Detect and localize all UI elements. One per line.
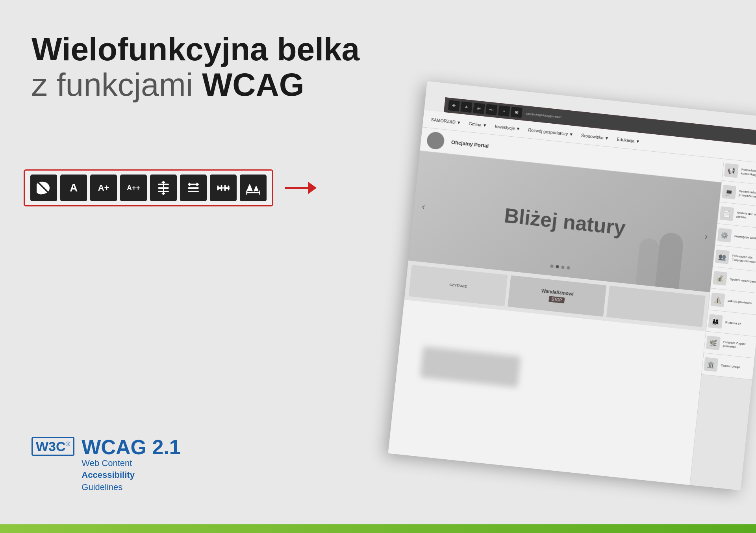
toolbar-showcase: A A+ A++	[24, 169, 317, 206]
ss-sidebar-text-2: Ankieta dot. wymiany pieców	[736, 211, 756, 222]
word-spacing-button[interactable]: ←→A	[210, 175, 237, 201]
ss-sidebar-icon-4: 👥	[715, 249, 730, 264]
ss-sidebar-icon-5: 💰	[713, 271, 727, 286]
ss-nav-edukacja: Edukacja ▼	[617, 137, 640, 144]
text-plusplus-label: A++	[127, 184, 140, 192]
ss-nav-samorzad: SAMORZĄD ▼	[431, 117, 461, 125]
ss-logo	[426, 131, 445, 150]
ss-sidebar-text-9: Otwórz Urząd	[721, 364, 740, 370]
ss-sidebar-icon-6: ⚠️	[710, 292, 725, 307]
arrow-right	[285, 180, 317, 196]
ss-card-1: CZYTANIE	[409, 265, 508, 306]
ss-nav-rozwoj: Rozwój gospodarczy ▼	[528, 127, 574, 137]
title-line1: Wielofunkcyjna belka	[32, 32, 359, 67]
wcag-text: WCAG 2.1 Web Content Accessibility Guide…	[82, 437, 180, 494]
ss-sidebar-text-7: Rodzina 3+	[725, 320, 742, 326]
title-line2-bold: WCAG	[202, 67, 304, 102]
text-plus-button[interactable]: A+	[90, 175, 117, 201]
ss-nav-inwestycje: Inwestycje ▼	[495, 124, 521, 131]
ss-aplus-btn: A+	[473, 103, 485, 114]
text-normal-label: A	[70, 182, 78, 194]
toolbar-box: A A+ A++	[24, 169, 273, 206]
screenshot-container: 👁 A A+ A++ ≡ ✉ zarejestruj/blokuj/przesu…	[388, 81, 756, 490]
ss-sidebar-text-0: Powiadomienia i komunikaty	[741, 167, 756, 179]
ss-aplusplus-btn: A++	[485, 104, 498, 115]
letter-spacing-button[interactable]	[240, 175, 267, 201]
ss-portal-title: Oficjalny Portal	[451, 139, 489, 149]
wcag-badge: W3C® WCAG 2.1 Web Content Accessibility …	[32, 437, 181, 494]
ss-nav-srodowisko: Środowisko ▼	[581, 133, 609, 140]
ss-envelope-btn: ✉	[511, 107, 523, 118]
ss-card-3	[606, 286, 706, 327]
ss-sidebar-icon-3: ⚙️	[717, 228, 732, 242]
line-height-button[interactable]	[150, 175, 177, 201]
ss-sidebar-text-4: Przestrzeń dla Twojego Biznesu	[732, 254, 756, 265]
ss-card-2: Wandalizmowi STOP	[508, 275, 607, 317]
bottom-bar	[0, 524, 756, 533]
ss-a-btn: A	[460, 101, 472, 113]
wcag-subtitle: Web Content Accessibility Guidelines	[82, 457, 180, 494]
ss-sidebar-icon-2: 📄	[719, 206, 734, 221]
ss-main-content: Oficjalny Portal ‹ Bliżej natury ›	[388, 127, 724, 485]
svg-text:←→A: ←→A	[222, 186, 230, 190]
text-normal-button[interactable]: A	[60, 175, 87, 201]
ss-nav-gmina: Gmina ▼	[469, 121, 487, 128]
contrast-button[interactable]	[30, 175, 57, 201]
ss-lineheight-btn: ≡	[498, 105, 510, 117]
title-line2: z funkcjami WCAG	[32, 67, 359, 102]
text-spacing-button[interactable]	[180, 175, 207, 201]
ss-sidebar-icon-0: 📢	[724, 163, 739, 178]
text-plusplus-button[interactable]: A++	[120, 175, 147, 201]
title-area: Wielofunkcyjna belka z funkcjami WCAG	[32, 32, 359, 102]
ss-hero-text: Bliżej natury	[503, 203, 627, 240]
ss-sidebar-icon-8: 🌿	[706, 336, 721, 350]
ss-sidebar-text-1: System informacji przestrzennej	[738, 189, 756, 201]
ss-blur-region	[420, 346, 521, 388]
ss-sidebar-icon-7: 👨‍👩‍👧	[708, 314, 723, 329]
title-line2-prefix: z funkcjami	[32, 67, 202, 102]
ss-sidebar-icon-1: 💻	[722, 185, 736, 199]
text-plus-label: A+	[98, 183, 109, 193]
ss-sidebar-icon-9: 🏛️	[704, 357, 718, 372]
wcag-title: WCAG 2.1	[82, 437, 180, 457]
ss-sidebar-text-6: Jakość powietrza	[727, 299, 752, 306]
w3c-logo: W3C®	[32, 437, 74, 456]
screenshot-inner: 👁 A A+ A++ ≡ ✉ zarejestruj/blokuj/przesu…	[388, 81, 756, 490]
ss-sidebar-text-5: System ostrzegania	[730, 277, 756, 284]
ss-sidebar-text-8: Program Czyste powietrze	[723, 340, 754, 351]
ss-contrast-btn: 👁	[448, 100, 460, 111]
ss-sidebar-text-3: Inwestycje Gmina	[734, 234, 756, 241]
